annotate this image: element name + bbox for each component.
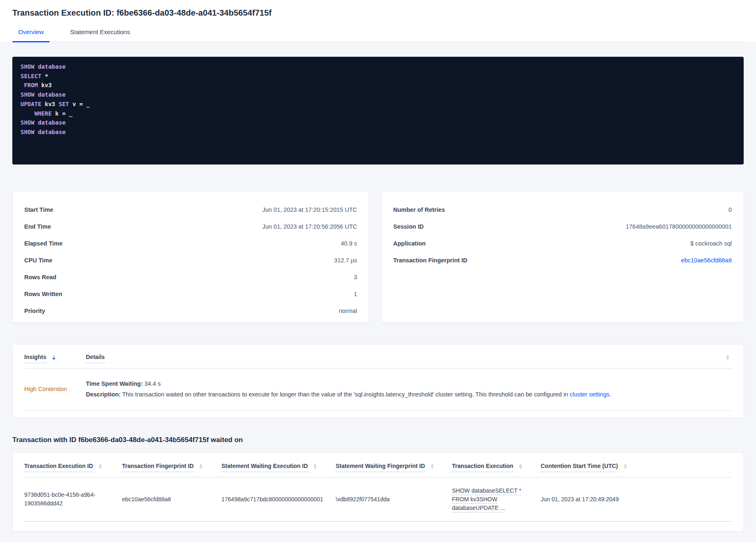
sort-icon[interactable] [313, 464, 317, 469]
waited-on-heading: Transaction with ID f6be6366-da03-48de-a… [12, 436, 744, 444]
column-label: Transaction Fingerprint ID [122, 463, 194, 472]
insight-details: Time Spent Waiting: 34.4 s Description: … [86, 378, 732, 400]
summary-value: Jun 01, 2023 at 17:20:56:2056 UTC [262, 223, 357, 230]
sort-up-arrow [99, 464, 102, 466]
sort-icon[interactable] [52, 355, 55, 360]
sort-down-arrow [99, 467, 102, 469]
page-title: Transaction Execution ID: f6be6366-da03-… [12, 8, 744, 18]
summary-label: Session ID [393, 223, 424, 230]
insight-description: Description: This transaction waited on … [86, 389, 732, 400]
cell-transaction-execution-id: 9738d051-bc0e-4158-a9b4-1903586ddd42 [24, 491, 122, 508]
tab-statement-executions[interactable]: Statement Executions [65, 28, 136, 42]
column-header-transaction-execution[interactable]: Transaction Execution [452, 463, 541, 477]
insight-badge: High Contention [24, 386, 86, 392]
summary-card-left: Start TimeJun 01, 2023 at 17:20:15:2015 … [12, 191, 369, 322]
sql-line: FROM kv3 [21, 81, 735, 90]
summary-label: End Time [24, 223, 51, 230]
summary-value: 17648a9eea6017800000000000000001 [626, 223, 732, 230]
summary-value: 40.9 s [341, 240, 357, 247]
sort-up-arrow [52, 355, 55, 357]
summary-value: 1 [354, 291, 357, 297]
cell-statement-waiting-fingerprint-id: \xdb8922f077541dda [336, 495, 452, 504]
sort-down-arrow [519, 467, 522, 469]
summary-row: Transaction Fingerprint IDebc10ae56cfd88… [393, 252, 732, 269]
transaction-fingerprint-link[interactable]: ebc10ae56cfd88a8 [681, 257, 732, 264]
sql-line: SHOW database [21, 90, 735, 100]
column-label: Transaction Execution ID [24, 463, 93, 472]
column-header-contention-start-time-utc[interactable]: Contention Start Time (UTC) [541, 463, 732, 477]
sql-line: SHOW database [21, 118, 735, 127]
summary-value: 3 [354, 274, 357, 280]
main-content: SHOW databaseSELECT * FROM kv3SHOW datab… [0, 57, 756, 531]
summary-value: normal [339, 308, 357, 314]
sort-down-arrow [431, 467, 434, 469]
cell-transaction-fingerprint-id: ebc10ae56cfd88a8 [122, 495, 221, 504]
sort-down-arrow [199, 467, 203, 469]
sort-icon[interactable] [99, 464, 102, 469]
column-header-transaction-fingerprint-id[interactable]: Transaction Fingerprint ID [122, 463, 221, 477]
column-header-insights[interactable]: Insights [24, 354, 86, 363]
summary-row: Rows Written1 [24, 285, 357, 302]
sql-line: UPDATE kv3 SET v = _ [21, 100, 735, 109]
sql-line: SELECT * [21, 72, 735, 81]
cell-contention-start-time: Jun 01, 2023 at 17:20:49:2049 [541, 495, 732, 504]
sort-icon[interactable] [431, 464, 434, 469]
summary-label: CPU Time [24, 257, 52, 264]
summary-row: End TimeJun 01, 2023 at 17:20:56:2056 UT… [24, 218, 357, 235]
summary-label: Start Time [24, 206, 53, 213]
summary-card-left-rows: Start TimeJun 01, 2023 at 17:20:15:2015 … [24, 201, 357, 319]
summary-value: Jun 01, 2023 at 17:20:15:2015 UTC [262, 206, 357, 213]
column-header-details[interactable]: Details [86, 354, 720, 363]
summary-row: Prioritynormal [24, 302, 357, 319]
column-label: Statement Waiting Execution ID [221, 463, 308, 472]
cell-transaction-execution[interactable]: SHOW databaseSELECT * FROM kv3SHOW datab… [452, 486, 541, 512]
sql-line: SHOW database [21, 62, 735, 72]
sort-up-arrow [726, 355, 729, 357]
sort-up-arrow [199, 464, 203, 466]
summary-label: Application [393, 240, 426, 247]
summary-cards-row: Start TimeJun 01, 2023 at 17:20:15:2015 … [12, 191, 744, 322]
sort-icon[interactable] [624, 464, 627, 469]
column-header-statement-waiting-execution-id[interactable]: Statement Waiting Execution ID [221, 463, 336, 477]
column-label: Transaction Execution [452, 463, 513, 472]
time-spent-waiting: Time Spent Waiting: 34.4 s [86, 378, 732, 389]
summary-row: Session ID17648a9eea60178000000000000000… [393, 218, 732, 235]
summary-value: 312.7 µs [334, 257, 357, 264]
sort-up-arrow [519, 464, 522, 466]
page-header: Transaction Execution ID: f6be6366-da03-… [0, 0, 756, 42]
tab-overview[interactable]: Overview [12, 28, 50, 42]
sort-down-arrow [624, 467, 627, 469]
summary-label: Rows Written [24, 291, 62, 297]
sort-up-arrow [313, 464, 317, 466]
summary-value: 0 [728, 206, 732, 213]
column-label: Details [86, 354, 105, 363]
summary-row: Start TimeJun 01, 2023 at 17:20:15:2015 … [24, 201, 357, 218]
column-label: Insights [24, 354, 46, 363]
sort-icon[interactable] [199, 464, 203, 469]
column-header-statement-waiting-fingerprint-id[interactable]: Statement Waiting Fingerprint ID [336, 463, 452, 477]
sql-line: WHERE k = _ [21, 109, 735, 118]
summary-value: $ cockroach sql [690, 240, 732, 247]
column-label: Statement Waiting Fingerprint ID [336, 463, 425, 472]
sql-statements: SHOW databaseSELECT * FROM kv3SHOW datab… [12, 57, 744, 164]
summary-row: CPU Time312.7 µs [24, 252, 357, 269]
summary-label: Priority [24, 308, 45, 314]
table-row: 9738d051-bc0e-4158-a9b4-1903586ddd42ebc1… [24, 477, 732, 522]
sort-down-arrow [726, 358, 729, 360]
summary-card-right-rows: Number of Retries0Session ID17648a9eea60… [393, 201, 732, 269]
summary-row: Application$ cockroach sql [393, 235, 732, 252]
summary-row: Rows Read3 [24, 269, 357, 285]
cluster-settings-link[interactable]: cluster settings [570, 391, 610, 398]
sort-up-arrow [624, 464, 627, 466]
summary-row: Elapsed Time40.9 s [24, 235, 357, 252]
summary-label: Rows Read [24, 274, 56, 280]
insights-table: Insights Details High Contention Time Sp… [12, 344, 744, 418]
column-label: Contention Start Time (UTC) [541, 463, 618, 472]
waited-table-body: 9738d051-bc0e-4158-a9b4-1903586ddd42ebc1… [24, 477, 732, 522]
summary-row: Number of Retries0 [393, 201, 732, 218]
sort-down-arrow [313, 467, 317, 469]
waited-on-table: Transaction Execution IDTransaction Fing… [12, 452, 744, 531]
sort-icon[interactable] [519, 464, 522, 469]
column-header-transaction-execution-id[interactable]: Transaction Execution ID [24, 463, 122, 477]
sort-icon[interactable] [726, 355, 729, 360]
